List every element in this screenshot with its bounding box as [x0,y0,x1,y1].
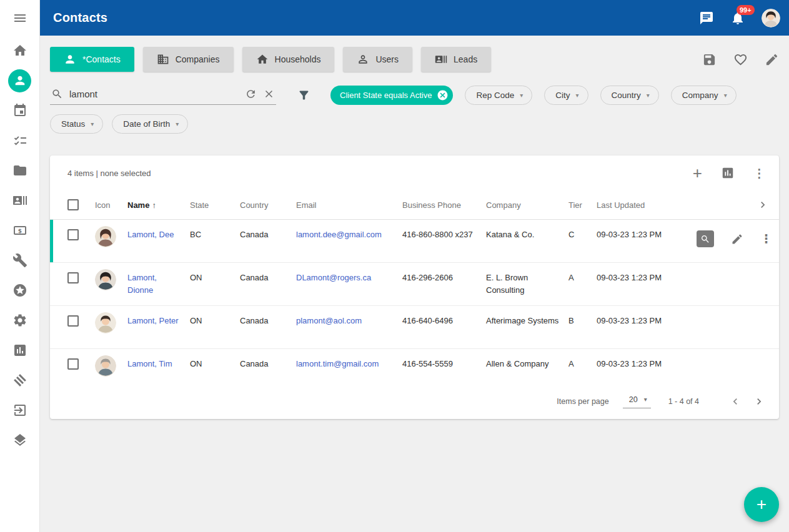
column-header-company[interactable]: Company [486,200,568,210]
applied-filter-chip[interactable]: Client State equals Active [330,86,453,105]
tab-companies[interactable]: Companies [143,47,234,72]
remove-filter-icon[interactable] [437,89,449,101]
filter-funnel-icon [297,89,310,102]
magnifier-icon [700,234,710,244]
filter-chip-status[interactable]: Status ▾ [50,114,103,134]
country-cell: Canada [240,272,296,284]
chart-view-button[interactable] [721,166,735,180]
table-row[interactable]: Lamont, Peter ON Canada plamont@aol.com … [50,306,779,349]
contact-name-link[interactable]: Lamont, Dionne [127,273,157,295]
sidebar-item-logout[interactable] [0,395,40,425]
contact-avatar [95,312,116,333]
contact-name-link[interactable]: Lamont, Peter [127,316,179,325]
user-avatar[interactable] [762,9,780,27]
notifications-button[interactable]: 99+ [730,11,745,26]
page-title: Contacts [53,11,107,25]
close-icon [263,88,275,100]
email-link[interactable]: lamont.dee@gmail.com [296,230,382,239]
sidebar-item-calendar[interactable] [0,96,40,126]
column-header-tier[interactable]: Tier [568,200,597,210]
sidebar-item-reports[interactable] [0,335,40,365]
layers-icon [12,433,27,448]
tab-leads[interactable]: Leads [421,47,491,72]
next-page-button[interactable] [753,395,765,408]
filter-chip-rep-code[interactable]: Rep Code ▾ [465,86,532,105]
items-per-page-label: Items per page [557,397,608,406]
sidebar-item-tools[interactable] [0,245,40,275]
row-checkbox[interactable] [67,315,79,327]
add-contact-fab[interactable]: + [744,487,779,522]
preview-contact-button[interactable] [697,230,714,247]
edit-view-button[interactable] [765,52,779,67]
sidebar-item-tasks[interactable] [0,126,40,155]
table-row[interactable]: Lamont, Tim ON Canada lamont.tim@gmail.c… [50,349,779,384]
row-checkbox[interactable] [67,358,79,370]
pencil-icon [765,52,779,67]
column-header-country[interactable]: Country [240,200,296,210]
save-view-button[interactable] [702,52,717,67]
select-all-checkbox[interactable] [67,199,79,210]
sidebar-item-tags[interactable] [0,365,40,395]
chevron-down-icon: ▾ [576,92,579,99]
tier-cell: C [568,229,597,241]
column-header-business-phone[interactable]: Business Phone [402,200,486,210]
sidebar-item-invoices[interactable]: $ [0,215,40,245]
dollar-note-icon: $ [12,223,27,238]
sidebar-item-contact-cards[interactable] [0,185,40,215]
scroll-columns-right-button[interactable] [757,199,769,211]
sidebar-item-favorites[interactable] [0,275,40,305]
column-header-icon[interactable]: Icon [95,200,127,210]
table-toolbar: 4 items | none selected + ⋮ [50,155,779,190]
applied-filter-label: Client State equals Active [340,91,432,100]
search-input[interactable] [69,89,239,99]
save-icon [702,52,717,67]
tab-users[interactable]: Users [343,47,412,72]
column-header-state[interactable]: State [190,200,240,210]
contact-name-link[interactable]: Lamont, Dee [127,230,174,239]
row-checkbox[interactable] [67,229,79,240]
column-header-name[interactable]: Name↑ [127,200,190,210]
menu-hamburger-icon[interactable] [0,0,39,36]
filter-chip-date-of-birth[interactable]: Date of Birth ▾ [112,114,188,134]
filter-chip-city[interactable]: City ▾ [544,86,588,105]
table-menu-button[interactable]: ⋮ [753,166,765,180]
tab-households[interactable]: Households [242,47,335,72]
chat-button[interactable] [699,11,714,26]
table-row[interactable]: Lamont, Dee BC Canada lamont.dee@gmail.c… [50,220,779,263]
add-item-button[interactable]: + [693,166,702,180]
edit-contact-button[interactable] [731,233,743,245]
house-icon [256,53,269,66]
previous-page-button[interactable] [729,395,742,408]
email-link[interactable]: DLamont@rogers.ca [296,273,371,282]
table-row[interactable]: Lamont, Dionne ON Canada DLamont@rogers.… [50,263,779,306]
page-size-value: 20 [629,395,638,404]
email-link[interactable]: plamont@aol.com [296,316,362,325]
refresh-button[interactable] [245,88,257,100]
entity-tabs: *Contacts Companies Households Users Lea… [50,47,779,72]
sidebar-item-settings[interactable] [0,305,40,335]
company-cell: Allen & Company [486,358,568,370]
filter-button[interactable] [297,89,310,102]
person-outline-icon [357,53,369,66]
column-header-last-updated[interactable]: Last Updated [597,200,697,210]
tab-contacts[interactable]: *Contacts [50,47,134,72]
sidebar-item-contacts[interactable] [0,66,40,96]
email-link[interactable]: lamont.tim@gmail.com [296,359,379,368]
gear-icon [12,313,27,328]
favorite-button[interactable] [733,52,748,67]
page-size-select[interactable]: 20 ▾ [623,395,651,408]
clear-search-button[interactable] [263,88,275,100]
sidebar-item-documents[interactable] [0,155,40,185]
chip-label: Date of Birth [123,119,170,129]
sidebar-item-home[interactable] [0,36,40,66]
row-checkbox[interactable] [67,272,79,283]
filter-chip-country[interactable]: Country ▾ [600,86,659,105]
row-menu-button[interactable]: ⋮ [760,232,772,246]
contact-name-link[interactable]: Lamont, Tim [127,359,172,368]
topbar: Contacts 99+ [40,0,789,36]
tab-label: Users [375,54,399,64]
sidebar-item-layers[interactable] [0,425,40,455]
column-header-email[interactable]: Email [296,200,402,210]
filter-chip-company[interactable]: Company ▾ [671,86,737,105]
chevron-down-icon: ▾ [91,121,94,127]
